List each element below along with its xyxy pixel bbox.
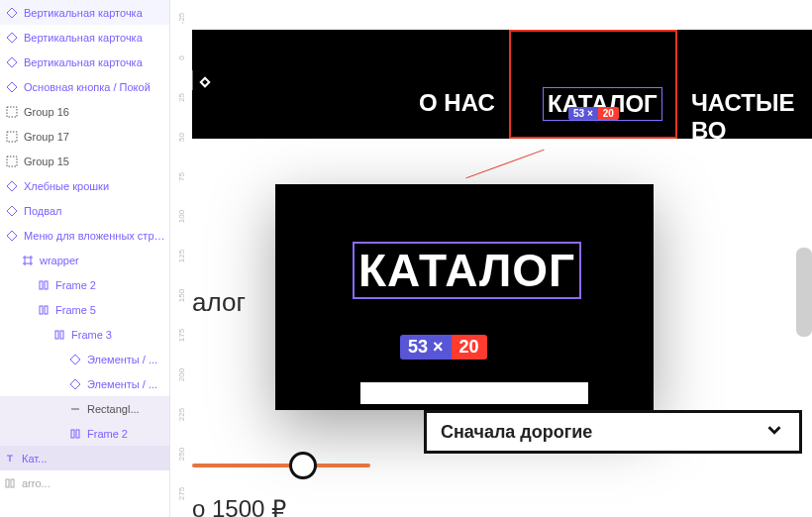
ruler-vertical: -250255075100125150175200225250275: [170, 0, 192, 517]
layer-label: Вертикальная карточка: [24, 56, 143, 68]
svg-rect-3: [40, 281, 43, 289]
layer-row[interactable]: Frame 3: [0, 322, 169, 347]
layer-row[interactable]: Элементы / ...: [0, 347, 169, 371]
frame-v-icon: [53, 329, 65, 341]
group-icon: [6, 155, 18, 167]
chevron-down-icon: [763, 419, 785, 446]
layer-row[interactable]: Кат...: [0, 446, 169, 470]
diamond-icon: [6, 205, 18, 217]
layer-row[interactable]: Frame 2: [0, 272, 169, 297]
layer-row[interactable]: Хлебные крошки: [0, 173, 169, 198]
layer-label: Основная кнопка / Покой: [24, 81, 151, 93]
ruler-mark: 175: [177, 327, 186, 345]
layer-label: Кат...: [22, 453, 47, 465]
svg-rect-1: [7, 132, 17, 142]
selection-frame: [509, 30, 677, 139]
logo-diamond-icon: [200, 76, 211, 87]
connector-line: [465, 150, 544, 179]
catalog-heading: алог: [192, 287, 246, 318]
logo-text: I: [192, 63, 195, 96]
layer-row[interactable]: Frame 5: [0, 297, 169, 322]
layer-row[interactable]: Элементы / ...: [0, 371, 169, 396]
ruler-mark: 50: [177, 129, 186, 147]
ruler-mark: 0: [177, 50, 186, 67]
frame-v-icon: [38, 304, 50, 316]
svg-rect-7: [55, 331, 58, 339]
diamond-icon: [6, 56, 18, 68]
svg-rect-5: [40, 306, 43, 314]
group-icon: [6, 131, 18, 143]
frame-icon: [22, 255, 34, 266]
layer-label: Frame 3: [71, 329, 112, 341]
nav-about[interactable]: О НАС: [415, 87, 499, 119]
scrollbar-thumb[interactable]: [796, 248, 812, 337]
layer-label: Frame 2: [87, 428, 128, 440]
layer-label: Вертикальная карточка: [24, 32, 143, 44]
ruler-mark: -25: [177, 10, 186, 28]
layer-row[interactable]: Frame 2: [0, 421, 169, 446]
ruler-mark: 275: [177, 485, 186, 503]
text-icon: [4, 453, 16, 465]
canvas[interactable]: I О НАС КАТАЛОГ ЧАСТЫЕ ВО 53 × 20 КАТАЛО…: [192, 0, 812, 517]
layer-label: arro...: [22, 477, 51, 489]
price-slider[interactable]: [192, 456, 370, 475]
diamond-icon: [6, 180, 18, 192]
frame-v-icon: [4, 477, 16, 489]
svg-rect-0: [7, 107, 17, 117]
price-text: о 1500 ₽: [192, 495, 286, 517]
layer-label: Элементы / ...: [87, 354, 157, 365]
zoom-catalog-text: КАТАЛОГ: [353, 242, 581, 299]
layer-label: Rectangl...: [87, 403, 140, 415]
ruler-mark: 25: [177, 89, 186, 107]
svg-rect-4: [45, 281, 48, 289]
diamond-icon: [6, 7, 18, 19]
zoom-dim-height: 20: [452, 335, 487, 360]
zoom-white-strip: [360, 382, 588, 404]
layer-label: Меню для вложенных страниц: [24, 230, 165, 242]
dim-height: 20: [598, 107, 619, 120]
ruler-mark: 75: [177, 168, 186, 186]
ruler-mark: 150: [177, 287, 186, 305]
dim-width: 53 ×: [568, 107, 598, 120]
svg-rect-12: [6, 479, 9, 487]
layer-row[interactable]: Вертикальная карточка: [0, 0, 169, 25]
slider-thumb[interactable]: [289, 452, 317, 479]
layer-row[interactable]: wrapper: [0, 248, 169, 272]
layer-row[interactable]: Вертикальная карточка: [0, 50, 169, 74]
layer-label: Group 17: [24, 131, 69, 143]
layer-label: Подвал: [24, 205, 61, 217]
svg-rect-11: [76, 430, 79, 438]
line-icon: [69, 403, 81, 415]
layer-row[interactable]: Меню для вложенных страниц: [0, 223, 169, 248]
layer-label: Вертикальная карточка: [24, 7, 143, 19]
layer-row[interactable]: Group 17: [0, 124, 169, 149]
layer-label: Хлебные крошки: [24, 180, 109, 192]
layer-label: wrapper: [40, 255, 79, 266]
layers-panel[interactable]: Вертикальная карточкаВертикальная карточ…: [0, 0, 170, 517]
layer-row[interactable]: arro...: [0, 470, 169, 495]
zoom-dim-width: 53 ×: [400, 335, 452, 360]
sort-label: Сначала дорогие: [441, 422, 592, 443]
diamond-icon: [6, 32, 18, 44]
layer-row[interactable]: Основная кнопка / Покой: [0, 74, 169, 99]
nav-faq[interactable]: ЧАСТЫЕ ВО: [687, 87, 812, 147]
sort-dropdown[interactable]: Сначала дорогие: [424, 410, 802, 454]
layer-row[interactable]: Вертикальная карточка: [0, 25, 169, 50]
dimension-badge: 53 × 20: [568, 107, 619, 120]
svg-rect-8: [60, 331, 63, 339]
ruler-mark: 125: [177, 248, 186, 265]
layer-label: Group 15: [24, 155, 69, 167]
logo: I: [192, 63, 209, 97]
layer-row[interactable]: Group 15: [0, 149, 169, 173]
zoom-dimension-badge: 53 × 20: [400, 335, 487, 360]
diamond-icon: [69, 354, 81, 365]
diamond-icon: [6, 81, 18, 93]
ruler-mark: 225: [177, 406, 186, 424]
layer-label: Frame 5: [55, 304, 96, 316]
layer-row[interactable]: Подвал: [0, 198, 169, 223]
layer-label: Frame 2: [55, 279, 96, 291]
layer-row[interactable]: Group 16: [0, 99, 169, 124]
frame-v-icon: [38, 279, 50, 291]
layer-row[interactable]: Rectangl...: [0, 396, 169, 421]
group-icon: [6, 106, 18, 118]
